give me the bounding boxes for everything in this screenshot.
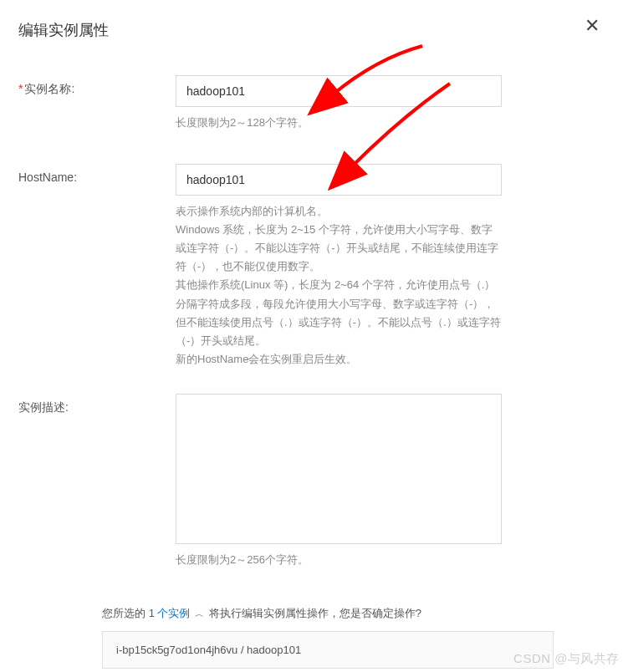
close-icon[interactable]: ✕ bbox=[585, 17, 600, 35]
hostname-input[interactable] bbox=[176, 164, 502, 196]
instance-count-link[interactable]: 1 个实例 bbox=[149, 607, 191, 619]
row-hostname: HostName: 表示操作系统内部的计算机名。 Windows 系统，长度为 … bbox=[18, 164, 605, 369]
caret-up-icon: ︿ bbox=[195, 608, 204, 619]
label-instance-name: *实例名称: bbox=[18, 75, 176, 97]
description-hint: 长度限制为2～256个字符。 bbox=[176, 551, 502, 569]
required-star-icon: * bbox=[18, 82, 23, 95]
label-description: 实例描述: bbox=[18, 394, 176, 415]
description-input[interactable] bbox=[176, 394, 502, 544]
dialog-header: 编辑实例属性 ✕ bbox=[18, 20, 605, 40]
row-instance-name: *实例名称: 长度限制为2～128个字符。 bbox=[18, 75, 605, 132]
instance-name-hint: 长度限制为2～128个字符。 bbox=[176, 114, 502, 132]
confirm-text: 您所选的 1 个实例 ︿ 将执行编辑实例属性操作，您是否确定操作? bbox=[102, 606, 605, 621]
row-description: 实例描述: 长度限制为2～256个字符。 bbox=[18, 394, 605, 569]
selected-instance-box: i-bp15ck5g7od1on4jh6vu / hadoop101 bbox=[102, 631, 554, 669]
instance-name-input[interactable] bbox=[176, 75, 502, 107]
label-hostname: HostName: bbox=[18, 164, 176, 184]
hostname-hint: 表示操作系统内部的计算机名。 Windows 系统，长度为 2~15 个字符，允… bbox=[176, 202, 502, 369]
dialog: 编辑实例属性 ✕ *实例名称: 长度限制为2～128个字符。 HostName:… bbox=[0, 0, 628, 672]
dialog-title: 编辑实例属性 bbox=[18, 20, 109, 40]
